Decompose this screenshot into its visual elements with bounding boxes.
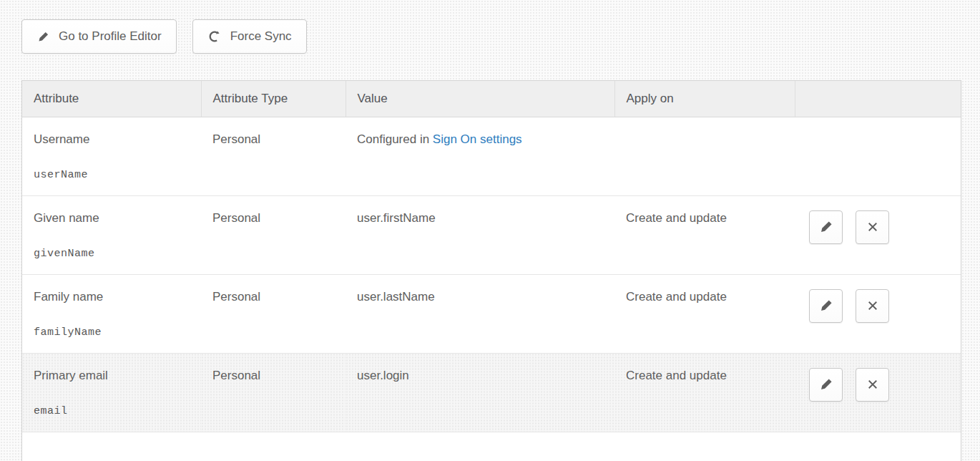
attribute-variable-name: familyName bbox=[34, 326, 190, 339]
apply-on-cell: Create and update bbox=[614, 353, 795, 432]
attribute-variable-name: userName bbox=[34, 169, 190, 181]
close-icon bbox=[865, 219, 881, 235]
value-cell: user.lastName bbox=[346, 274, 614, 353]
force-sync-label: Force Sync bbox=[230, 29, 292, 44]
force-sync-button[interactable]: Force Sync bbox=[192, 19, 307, 54]
attribute-label: Primary email bbox=[34, 369, 190, 383]
attribute-type-cell: Personal bbox=[201, 274, 346, 353]
close-icon bbox=[865, 298, 881, 314]
table-row-username: Username userName Personal Configured in… bbox=[22, 117, 961, 195]
attribute-type-cell: Personal bbox=[201, 353, 346, 432]
toolbar: Go to Profile Editor Force Sync bbox=[21, 19, 307, 54]
attribute-variable-name: email bbox=[34, 405, 190, 417]
attribute-mappings-table: Attribute Attribute Type Value Apply on … bbox=[21, 80, 961, 461]
go-to-profile-editor-label: Go to Profile Editor bbox=[59, 29, 162, 44]
attribute-type-cell: Personal bbox=[201, 195, 346, 274]
pencil-icon bbox=[818, 298, 834, 314]
edit-mapping-button[interactable] bbox=[809, 210, 843, 244]
value-cell: user.login bbox=[346, 353, 614, 432]
go-to-profile-editor-button[interactable]: Go to Profile Editor bbox=[21, 19, 177, 54]
column-header-attribute-type: Attribute Type bbox=[201, 81, 346, 117]
attribute-type-cell: Personal bbox=[201, 117, 346, 195]
value-cell: Configured in Sign On settings bbox=[346, 117, 614, 195]
delete-mapping-button[interactable] bbox=[856, 210, 889, 244]
attribute-label: Given name bbox=[34, 211, 190, 225]
value-text: Configured in bbox=[357, 132, 433, 146]
column-header-actions bbox=[795, 81, 961, 117]
attribute-variable-name: givenName bbox=[34, 248, 190, 260]
sign-on-settings-link[interactable]: Sign On settings bbox=[433, 132, 522, 146]
apply-on-cell bbox=[614, 117, 795, 195]
pencil-icon bbox=[818, 219, 834, 235]
pencil-icon bbox=[36, 30, 50, 44]
pencil-icon bbox=[818, 377, 834, 392]
column-header-value: Value bbox=[346, 81, 614, 117]
value-cell: user.firstName bbox=[346, 195, 614, 274]
edit-mapping-button[interactable] bbox=[809, 368, 843, 402]
table-header: Attribute Attribute Type Value Apply on bbox=[22, 81, 961, 117]
table-row-family-name: Family name familyName Personal user.las… bbox=[22, 274, 961, 353]
column-header-attribute: Attribute bbox=[22, 81, 201, 117]
close-icon bbox=[865, 377, 881, 392]
delete-mapping-button[interactable] bbox=[856, 289, 889, 323]
attribute-label: Family name bbox=[34, 290, 190, 304]
attribute-label: Username bbox=[34, 132, 190, 147]
apply-on-cell: Create and update bbox=[614, 195, 795, 274]
column-header-apply-on: Apply on bbox=[614, 81, 795, 117]
delete-mapping-button[interactable] bbox=[856, 368, 889, 402]
refresh-icon bbox=[207, 29, 222, 44]
edit-mapping-button[interactable] bbox=[809, 289, 843, 323]
apply-on-cell: Create and update bbox=[614, 274, 795, 353]
table-row-partial bbox=[22, 432, 961, 461]
table-row-given-name: Given name givenName Personal user.first… bbox=[22, 195, 961, 274]
table-row-primary-email: Primary email email Personal user.login … bbox=[22, 353, 961, 432]
